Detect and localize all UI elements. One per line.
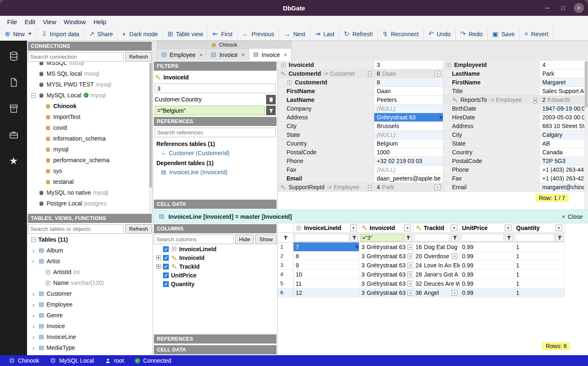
table-item[interactable]: ›MediaType bbox=[27, 342, 153, 353]
column-header-invoicelineid[interactable]: InvoiceLineId▾ bbox=[294, 223, 359, 233]
column-filter-input[interactable] bbox=[461, 234, 504, 242]
chevron-right-icon[interactable]: › bbox=[32, 334, 35, 340]
column-menu-dropdown[interactable]: ▾ bbox=[350, 225, 357, 231]
checkbox-checked-icon[interactable]: ✓ bbox=[163, 246, 169, 252]
connection-item[interactable]: MySQL no nativemysql bbox=[27, 187, 153, 198]
table-item[interactable]: ›Customer bbox=[27, 288, 153, 299]
form-value-cell[interactable]: 1000 bbox=[374, 148, 443, 157]
grid-cell[interactable]: 0.99 bbox=[460, 279, 514, 288]
grid-cell[interactable]: 3Grétrystraat 63≡ bbox=[359, 242, 413, 252]
table-item[interactable]: Namevarchar(120) bbox=[27, 277, 153, 288]
database-nav-icon[interactable] bbox=[8, 51, 19, 62]
connection-item[interactable]: information_schema bbox=[27, 133, 153, 144]
reference-link-customer[interactable]: ⇔ Customer (CustomerId) bbox=[155, 148, 276, 158]
filter-options-button[interactable] bbox=[266, 106, 276, 115]
form-value-cell[interactable]: daan_peeters@apple.be bbox=[374, 174, 443, 183]
column-header-quantity[interactable]: Quantity▾ bbox=[514, 223, 565, 233]
column-filter-input[interactable]: ="3" bbox=[360, 234, 403, 242]
clear-filters-cell[interactable] bbox=[278, 233, 294, 242]
hide-columns-button[interactable]: Hide bbox=[235, 235, 254, 244]
reference-link-invoiceline[interactable]: InvoiceLine (InvoiceId) bbox=[155, 168, 276, 177]
checkbox-checked-icon[interactable]: ✓ bbox=[163, 255, 169, 261]
connection-item[interactable]: performance_schema bbox=[27, 155, 153, 166]
menu-item-view[interactable]: View bbox=[39, 17, 60, 27]
form-value-cell[interactable]: +1 (403) 263-4423 bbox=[540, 166, 588, 174]
form-value-cell[interactable]: Grétrystraat 63 bbox=[374, 113, 443, 122]
form-value-cell[interactable]: T2P 5G3 bbox=[540, 157, 588, 166]
redo-button[interactable]: ↷Redo bbox=[456, 27, 488, 40]
briefcase-nav-icon[interactable] bbox=[8, 129, 19, 140]
checkbox-checked-icon[interactable]: ✓ bbox=[163, 272, 169, 278]
column-menu-dropdown[interactable]: ▾ bbox=[505, 225, 511, 231]
grid-cell[interactable]: 8 bbox=[294, 252, 359, 261]
column-header-invoiceid[interactable]: InvoiceId▾ bbox=[359, 223, 413, 233]
grid-cell[interactable]: 36Angel≡ bbox=[413, 288, 460, 297]
refresh-tables-button[interactable]: Refresh bbox=[125, 224, 152, 234]
search-references-input[interactable] bbox=[155, 128, 276, 137]
form-value-cell[interactable]: AB bbox=[540, 139, 588, 148]
column-toggle-row[interactable]: ✓Quantity bbox=[153, 279, 277, 288]
chevron-right-icon[interactable]: › bbox=[32, 247, 35, 254]
form-value-cell[interactable]: Peeters bbox=[374, 96, 443, 104]
form-value-cell[interactable]: 4Park≡ bbox=[374, 183, 443, 192]
grid-cell[interactable]: 28Janie's Got A Gun≡ bbox=[413, 270, 460, 279]
form-value-cell[interactable]: Brussels bbox=[374, 122, 443, 131]
table-item[interactable]: ArtistIdint bbox=[27, 267, 153, 277]
filter-funnel-button[interactable] bbox=[404, 234, 412, 242]
grid-cell[interactable]: 1 bbox=[514, 270, 565, 279]
archive-nav-icon[interactable] bbox=[8, 103, 19, 114]
tab-invoice[interactable]: Invoice× bbox=[207, 49, 249, 61]
connection-item[interactable]: testanal bbox=[27, 176, 153, 187]
grid-cell[interactable]: 16Dog Eat Dog≡ bbox=[413, 242, 460, 252]
expand-box-icon[interactable]: + bbox=[156, 264, 161, 269]
row-number-cell[interactable]: 6 bbox=[278, 288, 294, 297]
form-value-cell[interactable]: 8 bbox=[374, 78, 443, 87]
open-detail-icon[interactable]: ≡ bbox=[452, 290, 457, 296]
menu-item-file[interactable]: File bbox=[3, 17, 21, 27]
close-detail-button[interactable]: × Close bbox=[561, 213, 583, 220]
import-button[interactable]: ⇩Import data bbox=[37, 27, 84, 40]
collapse-box-icon[interactable]: − bbox=[31, 93, 36, 98]
grid-cell[interactable]: 11 bbox=[294, 279, 359, 288]
reconnect-button[interactable]: ↯Reconnect bbox=[378, 27, 424, 40]
files-nav-icon[interactable] bbox=[8, 77, 19, 88]
column-toggle-row[interactable]: +✓InvoiceId bbox=[153, 253, 277, 262]
grid-cell[interactable]: 32Deuces Are Wild≡ bbox=[413, 279, 460, 288]
form-value-cell[interactable]: Belgium bbox=[374, 139, 443, 148]
next-button[interactable]: →Next bbox=[279, 27, 310, 40]
form-value-cell[interactable]: 1947-09-19 00:00:00 bbox=[540, 104, 588, 113]
grid-cell[interactable]: 20Overdose≡ bbox=[413, 252, 460, 261]
menu-item-edit[interactable]: Edit bbox=[21, 17, 39, 27]
open-detail-icon[interactable]: ≡ bbox=[435, 71, 440, 77]
open-detail-icon[interactable]: ≡ bbox=[408, 272, 413, 277]
chevron-right-icon[interactable]: › bbox=[32, 345, 35, 351]
column-toggle-row[interactable]: ✓UnitPrice bbox=[153, 271, 277, 279]
column-toggle-row[interactable]: ✓InvoiceLineId bbox=[153, 245, 277, 253]
connection-item[interactable]: −MySQL Local✓mysql bbox=[27, 90, 153, 101]
undo-button[interactable]: ↶Undo bbox=[424, 27, 456, 40]
table-item[interactable]: ›Playlist bbox=[27, 353, 153, 355]
grid-cell[interactable]: 12 bbox=[294, 288, 359, 297]
column-toggle-row[interactable]: +✓TrackId bbox=[153, 262, 277, 271]
favorites-nav-icon[interactable]: ★ bbox=[8, 156, 19, 166]
row-number-cell[interactable]: 5 bbox=[278, 279, 294, 288]
column-menu-dropdown[interactable]: ▾ bbox=[556, 225, 562, 231]
form-value-cell[interactable]: margaret@chinookcorp.com bbox=[540, 183, 588, 192]
connections-scrollbar[interactable] bbox=[149, 62, 153, 213]
table-item[interactable]: ›InvoiceLine bbox=[27, 331, 153, 342]
grid-cell[interactable]: 3Grétrystraat 63≡ bbox=[359, 261, 413, 270]
row-number-cell[interactable]: 2 bbox=[278, 252, 294, 261]
grid-cell[interactable]: 0.99 bbox=[460, 252, 514, 261]
form-value-cell[interactable]: Sales Support Agent bbox=[540, 87, 588, 96]
open-detail-icon[interactable]: ≡ bbox=[435, 184, 440, 190]
expand-box-icon[interactable]: + bbox=[534, 98, 537, 103]
checkbox-checked-icon[interactable]: ✓ bbox=[163, 264, 169, 270]
grid-cell[interactable]: 1 bbox=[514, 242, 565, 252]
grid-cell[interactable]: 1 bbox=[514, 288, 565, 297]
grid-cell[interactable]: 0.99 bbox=[460, 270, 514, 279]
maximize-button[interactable]: □ bbox=[558, 3, 568, 13]
checkbox-checked-icon[interactable]: ✓ bbox=[163, 281, 169, 287]
menu-item-window[interactable]: Window bbox=[60, 17, 89, 27]
form-value-cell[interactable]: Calgary bbox=[540, 131, 588, 139]
table-item[interactable]: ›Genre bbox=[27, 310, 153, 321]
